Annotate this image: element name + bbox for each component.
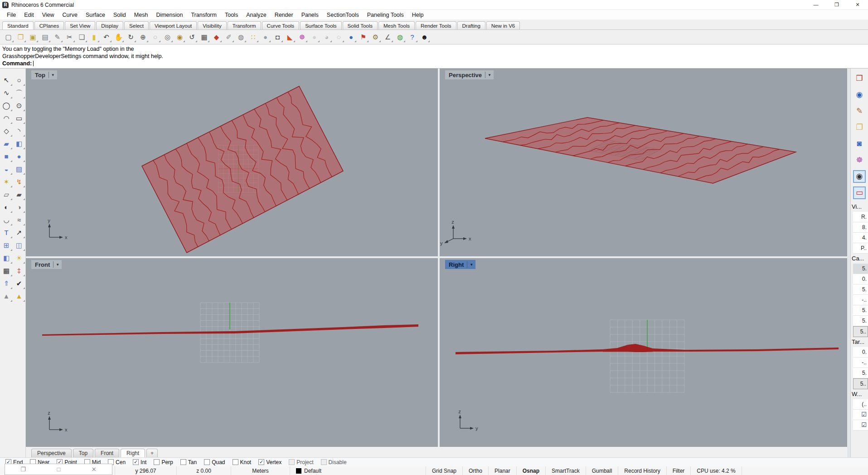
panel-tab-help-icon[interactable]: ◙: [853, 137, 866, 150]
shaded-view-icon[interactable]: ●: [260, 31, 271, 43]
options-gear-icon[interactable]: ⚙: [370, 31, 381, 43]
checkbox-icon[interactable]: [180, 459, 186, 465]
torus-icon[interactable]: ◒: [0, 164, 12, 175]
checkbox-icon[interactable]: [133, 459, 139, 465]
surface-loft-icon[interactable]: ◧: [13, 138, 25, 149]
property-row[interactable]: ☑: [853, 410, 868, 420]
osnap-toggle[interactable]: Knot: [233, 459, 252, 465]
property-row[interactable]: W...: [851, 389, 868, 399]
property-row[interactable]: 5.: [853, 284, 868, 295]
viewport-front[interactable]: zx Front▼: [26, 258, 438, 447]
menu-item[interactable]: Panels: [297, 12, 323, 18]
property-row[interactable]: (..: [853, 399, 868, 410]
status-toggle[interactable]: Planar: [489, 466, 517, 475]
menu-item[interactable]: Render: [271, 12, 297, 18]
paste-icon[interactable]: ▮: [88, 31, 100, 43]
osnap-toggle[interactable]: Quad: [204, 459, 225, 465]
property-row[interactable]: Vi...: [851, 202, 868, 212]
polygon-icon[interactable]: ◇: [0, 126, 12, 137]
viewport-label-top[interactable]: Top▼: [31, 70, 57, 79]
menu-item[interactable]: Edit: [20, 12, 38, 18]
earth-icon[interactable]: ◍: [394, 31, 406, 43]
point-icon[interactable]: ○: [13, 75, 25, 86]
toolbar-tab[interactable]: Visibility: [198, 21, 226, 29]
property-row[interactable]: 5.: [853, 368, 868, 378]
text-icon[interactable]: T: [0, 227, 12, 238]
status-toggle[interactable]: Record History: [618, 466, 666, 475]
viewport-right[interactable]: zy Right▼: [440, 258, 847, 447]
status-toggle[interactable]: CPU use: 4.2 %: [691, 466, 742, 475]
toolbar-tab[interactable]: Set View: [65, 21, 95, 29]
show-edges-icon[interactable]: ✐: [223, 31, 234, 43]
rendered-display-icon[interactable]: ●: [345, 31, 357, 43]
toolbar-tab[interactable]: Viewport Layout: [150, 21, 197, 29]
toolbar-tab[interactable]: Standard: [2, 21, 34, 29]
new-file-icon[interactable]: ▢: [3, 31, 14, 43]
mirror-icon[interactable]: ◫: [13, 240, 25, 251]
toolbar-tab[interactable]: Render Tools: [416, 21, 456, 29]
panel-tab-colorwheel-icon[interactable]: ☸: [853, 154, 866, 166]
circle-icon[interactable]: ◯: [0, 100, 12, 111]
viewport-tab[interactable]: Right: [121, 449, 145, 457]
osnap-toggle[interactable]: Disable: [321, 459, 347, 465]
perspective-viewport-canvas[interactable]: zxy: [440, 69, 847, 256]
primitives-icon[interactable]: ▲: [0, 291, 12, 302]
arc-icon[interactable]: ◠: [0, 113, 12, 124]
property-row[interactable]: 5.: [853, 305, 868, 316]
command-prompt[interactable]: Command:: [2, 60, 866, 68]
points-on-icon[interactable]: ∷: [247, 31, 259, 43]
copy-icon[interactable]: ❏: [76, 31, 87, 43]
menu-item[interactable]: Dimension: [152, 12, 187, 18]
lights-icon[interactable]: ☀: [13, 253, 25, 264]
osnap-toggle[interactable]: Perp: [154, 459, 173, 465]
right-viewport-canvas[interactable]: zy: [440, 258, 847, 447]
property-row[interactable]: 5..: [853, 326, 868, 337]
menu-item[interactable]: File: [3, 12, 20, 18]
toolbar-tab[interactable]: Curve Tools: [262, 21, 300, 29]
property-row[interactable]: Tar...: [851, 337, 868, 347]
menu-item[interactable]: View: [38, 12, 58, 18]
menu-item[interactable]: Transform: [187, 12, 221, 18]
panel-splitter[interactable]: [847, 69, 850, 457]
osnap-toggle[interactable]: Vertex: [258, 459, 281, 465]
render-icon[interactable]: ◣: [284, 31, 296, 43]
undo-icon[interactable]: ↶: [101, 31, 112, 43]
restore-icon[interactable]: ❐: [20, 466, 26, 473]
menu-item[interactable]: Curve: [58, 12, 82, 18]
property-row[interactable]: ☑: [853, 420, 868, 431]
toolbar-tab[interactable]: Select: [124, 21, 149, 29]
patch-icon[interactable]: ▨: [13, 164, 25, 175]
menu-item[interactable]: Help: [408, 12, 428, 18]
trim-plane-icon[interactable]: ▰: [13, 189, 25, 200]
property-row[interactable]: -..: [853, 295, 868, 305]
osnap-toggle[interactable]: Project: [289, 459, 313, 465]
viewport-label-front[interactable]: Front▼: [31, 260, 62, 269]
box-edit-icon[interactable]: ◧: [0, 253, 12, 264]
property-row[interactable]: 0.: [853, 274, 868, 284]
panel-tab-layers-icon[interactable]: ❒: [853, 72, 866, 85]
menu-item[interactable]: Solid: [109, 12, 130, 18]
minimize-button[interactable]: —: [805, 0, 826, 10]
status-toggle[interactable]: SmartTrack: [546, 466, 586, 475]
osnap-toggle[interactable]: Int: [133, 459, 146, 465]
flag-icon[interactable]: ⚑: [358, 31, 369, 43]
checkbox-icon[interactable]: [233, 459, 238, 465]
zoom-selected-icon[interactable]: ◎: [162, 31, 173, 43]
status-toggle[interactable]: Osnap: [517, 466, 546, 475]
panel-tab-render-icon[interactable]: ◉: [853, 88, 866, 101]
property-row[interactable]: -..: [853, 357, 868, 368]
group-icon[interactable]: ⊞: [0, 240, 12, 251]
status-toggle[interactable]: Filter: [667, 466, 691, 475]
smiley-icon[interactable]: ☻: [419, 31, 430, 43]
sphere-icon[interactable]: ●: [13, 151, 25, 162]
front-viewport-canvas[interactable]: zx: [26, 258, 438, 447]
extrude-icon[interactable]: ⇑: [0, 278, 12, 289]
property-row[interactable]: 0.: [853, 347, 868, 357]
zoom-window-icon[interactable]: ◌: [150, 31, 161, 43]
checkbox-icon[interactable]: [321, 459, 327, 465]
select-icon[interactable]: ↖: [0, 75, 12, 86]
viewport-label-right[interactable]: Right▼: [445, 260, 475, 269]
lock-icon[interactable]: ◘: [272, 31, 283, 43]
zoom-extents-icon[interactable]: ◉: [174, 31, 185, 43]
checkbox-icon[interactable]: [154, 459, 160, 465]
